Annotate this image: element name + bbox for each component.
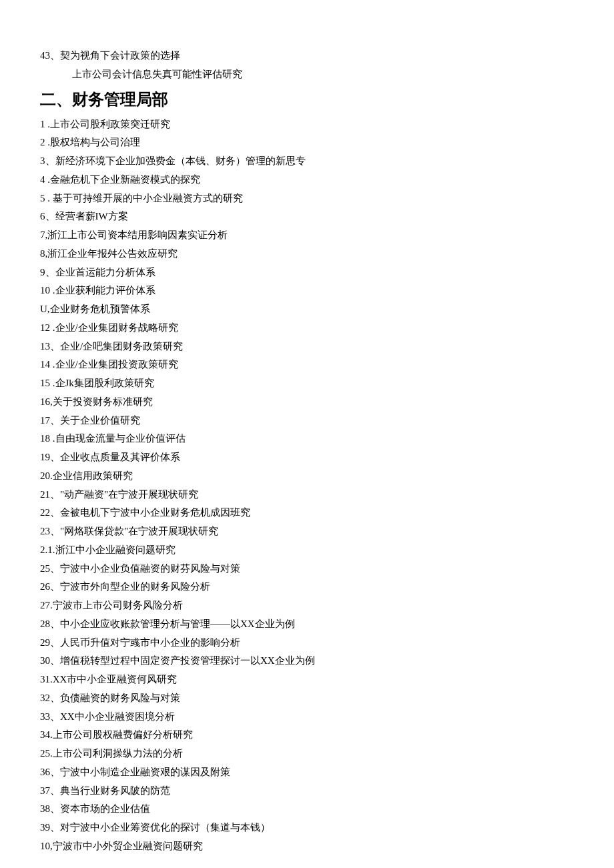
list-item: 12 .企业/企业集团财务战略研究 [40, 319, 574, 338]
list-item: 7,浙江上市公司资本结用影响因素实证分析 [40, 226, 574, 245]
list-item: 23、"网烙联保贷款"在宁波开展现状研究 [40, 522, 574, 541]
list-item: 37、典当行业财务风陂的防范 [40, 782, 574, 801]
list-item: 17、关于企业价值研究 [40, 412, 574, 430]
list-item: 29、人民币升值对宁彧市中小企业的影响分析 [40, 634, 574, 653]
list-item: 30、增值税转型过程中固定资产投资管理探讨一以XX企业为例 [40, 652, 574, 671]
list-item: 31.XX市中小企亚融资何风研究 [40, 671, 574, 689]
list-item: 21、"动产融资"在宁波开展现状研究 [40, 486, 574, 504]
list-item: 22、金被电机下宁波中小企业财务危机成因班究 [40, 504, 574, 522]
list-item: 13、企业/企吧集团财务政策研究 [40, 338, 574, 356]
list-item: 33、XX中小企业融资困境分析 [40, 708, 574, 727]
list-item: 28、中小企业应收账款管理分析与管理——以XX企业为例 [40, 615, 574, 634]
list-item: 43、契为视角下会计政策的选择 [40, 47, 574, 65]
list-item: 1 .上市公司股利政策突迁研究 [40, 115, 574, 134]
section-header: 二、财务管理局部 [40, 85, 574, 114]
list-item: 14 .企业/企业集团投资政策研究 [40, 356, 574, 374]
list-item: 15 .企Jk集团股利政策研究 [40, 374, 574, 393]
list-item: 3、新经济环境下企业加强费金（本钱、财务）管理的新思专 [40, 152, 574, 171]
list-item: U,企业财务危机预警体系 [40, 300, 574, 319]
list-item: 19、企业收点质量及其评价体系 [40, 448, 574, 467]
list-item: 18 .自由现金流量与企业价值评估 [40, 430, 574, 448]
list-item: 10 .企业获利能力评价体系 [40, 282, 574, 300]
document-body: 43、契为视角下会计政策的选择上市公司会计信息失真可能性评估研究二、财务管理局部… [40, 47, 574, 856]
list-item: 26、宁波市外向型企业的财务风险分析 [40, 578, 574, 596]
list-item: 20.企业信用政策研究 [40, 467, 574, 486]
list-item: 10,宁波市中小外贸企业融资问题研究 [40, 837, 574, 856]
list-item: 上市公司会计信息失真可能性评估研究 [40, 65, 574, 84]
list-item: 25、宁波中小企业负值融资的财芬风险与对策 [40, 560, 574, 578]
list-item: 8,浙江企业年报舛公告效应研究 [40, 245, 574, 264]
list-item: 4 .金融危机下企业新融资模式的探究 [40, 171, 574, 189]
list-item: 32、负债融资的财务风险与对策 [40, 689, 574, 708]
list-item: 25.上市公司利洞操纵力法的分析 [40, 745, 574, 763]
list-item: 2 .股权培构与公司治理 [40, 133, 574, 152]
list-item: 16,关于投资财务标准研究 [40, 393, 574, 412]
list-item: 6、经营者薪IW方案 [40, 207, 574, 226]
list-item: 38、资本市场的企业估值 [40, 800, 574, 819]
list-item: 34.上市公司股权融费偏好分析研究 [40, 726, 574, 745]
list-item: 27.宁波市上市公司财务风险分析 [40, 596, 574, 615]
list-item: 36、宁波中小制造企业融资艰的谋因及附策 [40, 763, 574, 782]
list-item: 9、企业首运能力分析体系 [40, 264, 574, 282]
list-item: 39、对宁波中小企业筹资优化的探讨（集道与本钱） [40, 819, 574, 837]
list-item: 2.1.浙江中小企业融资问题研究 [40, 541, 574, 560]
list-item: 5 . 基于可持维开展的中小企业融资方式的研究 [40, 189, 574, 208]
